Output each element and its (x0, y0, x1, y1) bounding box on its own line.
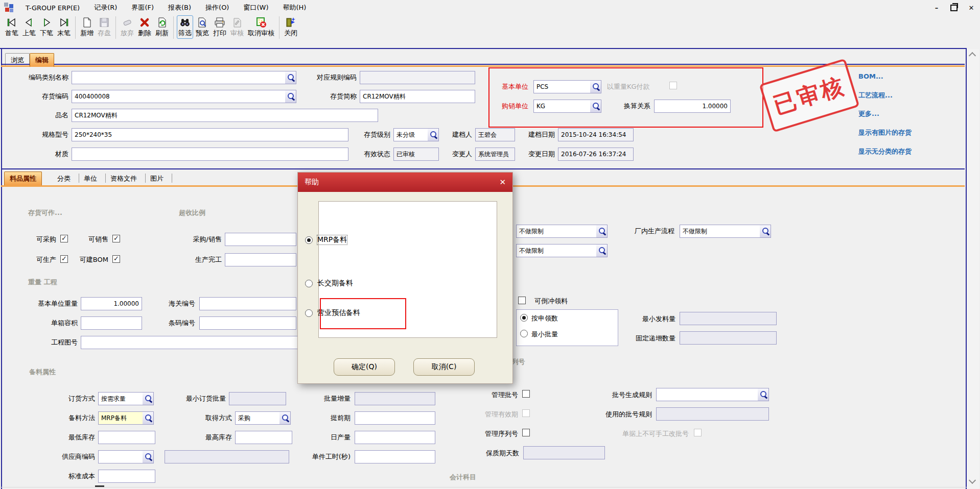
dialog-close-icon[interactable]: ✕ (499, 178, 506, 187)
limit2-input[interactable] (516, 244, 597, 257)
order-way-lookup-icon[interactable] (143, 392, 154, 405)
subtab-category[interactable]: 分类 (57, 175, 78, 183)
delete-button[interactable]: 删除 (136, 15, 153, 39)
new-button[interactable]: 新增 (79, 15, 95, 39)
inventory-code-input[interactable] (72, 90, 286, 103)
help-dialog-titlebar[interactable]: 帮助 ✕ (298, 173, 512, 192)
prod-done-ratio-input[interactable] (225, 253, 296, 266)
backflush-checkbox[interactable] (518, 297, 526, 304)
material-input[interactable] (72, 148, 348, 161)
trade-unit-lookup-icon[interactable] (590, 100, 601, 113)
refresh-button[interactable]: 刷新 (154, 15, 170, 39)
by-request-radio[interactable] (520, 314, 528, 322)
producible-checkbox[interactable] (60, 255, 68, 263)
customs-code-input[interactable] (199, 297, 296, 310)
min-stock-input[interactable] (98, 431, 155, 444)
inventory-level-input[interactable] (393, 128, 428, 141)
batch-rule-lookup-icon[interactable] (758, 388, 769, 401)
min-batch-radio[interactable] (520, 330, 528, 337)
menu-help[interactable]: 帮助(H) (275, 1, 313, 14)
code-type-lookup-icon[interactable] (285, 71, 296, 84)
show-uncategorized-link[interactable]: 显示无分类的存货 (858, 147, 912, 156)
scroll-down-icon[interactable] (970, 479, 975, 484)
last-record-button[interactable]: 末笔 (56, 15, 72, 39)
menu-interface[interactable]: 界面(F) (124, 1, 161, 14)
cancel-button[interactable]: 取消(C) (413, 358, 475, 376)
subtab-unit[interactable]: 单位 (84, 175, 104, 183)
first-record-button[interactable]: 首笔 (4, 15, 20, 39)
prev-record-button[interactable]: 上笔 (21, 15, 37, 39)
section-prep: 备料属性 (29, 368, 56, 377)
max-stock-input[interactable] (235, 431, 292, 444)
purchasable-checkbox[interactable] (60, 235, 68, 242)
subtab-item-attributes[interactable]: 料品属性 (4, 172, 42, 185)
menu-window[interactable]: 窗口(W) (236, 1, 275, 14)
spec-input[interactable] (72, 128, 348, 141)
more-link[interactable]: 更多... (858, 109, 879, 118)
order-way-input[interactable] (98, 392, 143, 405)
ok-button[interactable]: 确定(Q) (334, 358, 395, 376)
acquire-way-input[interactable] (235, 411, 280, 425)
base-unit-input[interactable] (533, 80, 591, 93)
print-button[interactable]: 打印 (212, 15, 228, 39)
lead-time-input[interactable] (355, 411, 435, 425)
show-with-picture-link[interactable]: 显示有图片的存货 (858, 128, 912, 137)
factory-flow-lookup-icon[interactable] (760, 225, 771, 238)
preview-button[interactable]: 预览 (194, 15, 211, 39)
process-flow-link[interactable]: 工艺流程... (858, 91, 893, 100)
limit2-lookup-icon[interactable] (596, 244, 608, 257)
barcode-input[interactable] (199, 316, 296, 330)
close-icon[interactable]: ✕ (967, 3, 976, 12)
option-sales-forecast[interactable]: 营业预估备料 (305, 308, 360, 317)
filter-button[interactable]: 筛选 (177, 15, 193, 39)
status-label: 有效状态 (354, 150, 390, 158)
code-type-input[interactable] (72, 71, 286, 84)
close-window-button[interactable]: 关闭 (283, 15, 299, 39)
base-weight-input[interactable] (81, 297, 142, 310)
supplier-code-input[interactable] (98, 450, 143, 463)
tab-edit[interactable]: 编辑 (30, 53, 54, 67)
drawing-no-input[interactable] (81, 336, 306, 349)
scroll-up-icon[interactable] (970, 52, 975, 57)
inventory-short-input[interactable] (360, 90, 475, 103)
menu-operation[interactable]: 操作(O) (198, 1, 236, 14)
subtab-qualification[interactable]: 资格文件 (110, 175, 144, 183)
inventory-code-lookup-icon[interactable] (285, 90, 296, 103)
unit-time-input[interactable] (355, 450, 435, 463)
menu-record[interactable]: 记录(R) (87, 1, 124, 14)
option-long-lead[interactable]: 长交期备料 (305, 279, 353, 288)
next-record-button[interactable]: 下笔 (38, 15, 55, 39)
manage-batch-checkbox[interactable] (522, 390, 530, 398)
restore-icon[interactable] (949, 3, 959, 12)
factory-flow-input[interactable] (680, 225, 760, 238)
option-mrp[interactable]: MRP备料 (305, 235, 347, 244)
change-date-field (558, 148, 634, 161)
batch-rule-input[interactable] (656, 388, 758, 401)
daily-output-input[interactable] (355, 431, 435, 444)
can-bom-checkbox[interactable] (112, 255, 120, 263)
prep-method-lookup-icon[interactable] (143, 411, 154, 425)
limit1-input[interactable] (516, 225, 597, 238)
supplier-code-lookup-icon[interactable] (143, 450, 154, 463)
sellable-checkbox[interactable] (112, 235, 120, 242)
menu-report[interactable]: 报表(B) (161, 1, 198, 14)
conversion-input[interactable] (654, 100, 731, 113)
product-name-input[interactable] (72, 109, 378, 122)
base-unit-lookup-icon[interactable] (590, 80, 601, 93)
trade-unit-input[interactable] (533, 100, 591, 113)
std-cost-input[interactable] (98, 470, 155, 483)
manage-serial-checkbox[interactable] (522, 429, 530, 436)
box-volume-input[interactable] (81, 316, 142, 330)
po-sale-ratio-input[interactable] (225, 233, 296, 246)
minimize-icon[interactable]: – (932, 3, 941, 12)
rule-code-input[interactable] (360, 71, 475, 84)
bom-link[interactable]: BOM... (858, 72, 883, 80)
subtab-picture[interactable]: 图片 (150, 175, 171, 183)
acquire-way-lookup-icon[interactable] (279, 411, 291, 425)
vertical-scrollbar[interactable] (967, 49, 979, 489)
prep-method-input[interactable] (98, 411, 143, 425)
cancel-audit-button[interactable]: 取消审核 (246, 15, 276, 39)
menu-app[interactable]: T-GROUP ERP(E) (18, 2, 87, 14)
inventory-level-lookup-icon[interactable] (428, 128, 439, 141)
limit1-lookup-icon[interactable] (596, 225, 608, 238)
